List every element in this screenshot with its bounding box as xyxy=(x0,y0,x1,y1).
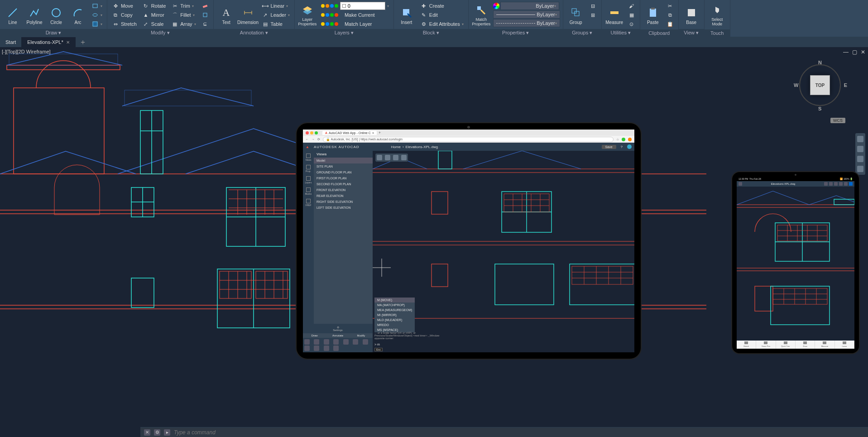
erase-tool[interactable] xyxy=(200,2,211,10)
view-ground[interactable]: GROUND FLOOR PLAN xyxy=(314,169,373,175)
rail-xref[interactable]: XREF xyxy=(305,199,311,206)
tablet-canvas[interactable] xyxy=(737,187,854,341)
color-combo[interactable]: ByLayer ▾ xyxy=(500,2,559,10)
nav-reload-icon[interactable]: ⟳ xyxy=(317,138,320,141)
panel-title-block[interactable]: Block ▾ xyxy=(394,29,468,37)
tablet-tool-draw[interactable]: Draw xyxy=(796,341,815,349)
tool-icon[interactable] xyxy=(314,346,319,351)
maximize-icon[interactable]: ▢ xyxy=(852,49,857,55)
measure-tool[interactable]: Measure xyxy=(604,2,624,29)
polyline-tool[interactable]: Polyline xyxy=(24,2,44,29)
viewport-label[interactable]: [-][Top][2D Wireframe] xyxy=(2,49,51,54)
view-left[interactable]: LEFT SIDE ELEVATION xyxy=(314,205,373,211)
text-tool[interactable]: AText xyxy=(216,2,236,29)
suggest-item[interactable]: MEA (MEASUREGEOM) xyxy=(374,307,415,312)
array-tool[interactable]: ▦Array ▾ xyxy=(169,20,197,28)
view-right[interactable]: RIGHT SIDE ELEVATION xyxy=(314,199,373,205)
panel-title-layers[interactable]: Layers ▾ xyxy=(295,29,393,37)
util-1[interactable]: 🖌 xyxy=(626,2,637,10)
cmd-customize-icon[interactable]: ⚙ xyxy=(154,429,160,436)
tab-annotate[interactable]: Annotate xyxy=(326,333,349,338)
view-first[interactable]: FIRST FLOOR PLAN xyxy=(314,175,373,181)
tablet-export-icon[interactable] xyxy=(839,182,843,186)
tablet-settings-icon[interactable] xyxy=(844,182,848,186)
lineweight-combo[interactable]: ByLayer ▾ xyxy=(493,10,560,19)
linetype-combo[interactable]: ByLayer ▾ xyxy=(493,19,560,27)
tool-icon[interactable] xyxy=(324,346,329,351)
browser-tab[interactable]: AAutoCAD Web App - Online C× xyxy=(322,131,377,135)
color-wheel-icon[interactable] xyxy=(493,3,499,9)
breadcrumb-home[interactable]: Home xyxy=(391,145,401,149)
settings-button[interactable]: ⚙Settings xyxy=(303,324,373,333)
osnap-icon[interactable] xyxy=(401,155,407,160)
util-3[interactable]: ⊙ xyxy=(626,20,637,28)
insert-block[interactable]: Insert xyxy=(397,2,417,29)
view-second[interactable]: SECOND FLOOR PLAN xyxy=(314,181,373,187)
panel-title-draw[interactable]: Draw ▾ xyxy=(0,29,107,37)
arc-tool[interactable]: Arc xyxy=(68,2,88,29)
minimize-icon[interactable]: — xyxy=(843,49,849,55)
match-layer[interactable]: Match Layer xyxy=(319,20,391,28)
tool-icon[interactable] xyxy=(363,339,368,345)
command-input[interactable] xyxy=(174,429,864,436)
rail-layers[interactable]: Layers xyxy=(305,176,312,184)
tab-elevations[interactable]: Elevations-XPL*✕ xyxy=(22,37,76,47)
cmd-recent-icon[interactable]: ▸ xyxy=(164,429,170,436)
avatar[interactable] xyxy=(627,144,632,149)
dimension-tool[interactable]: Dimension xyxy=(238,2,258,29)
group-tool[interactable]: Group xyxy=(566,2,586,29)
block-edit-attr[interactable]: ⚙Edit Attributes ▾ xyxy=(418,20,465,28)
redo-icon[interactable] xyxy=(385,155,390,160)
rail-views[interactable]: Views xyxy=(305,154,311,161)
tablet-tool-lasso[interactable]: Lasso xyxy=(835,341,854,349)
nav-fwd-icon[interactable]: → xyxy=(312,138,315,141)
cmd-input[interactable]: > m xyxy=(374,343,380,346)
linear-tool[interactable]: ⟷Linear ▾ xyxy=(260,2,292,10)
rotate-tool[interactable]: ↻Rotate xyxy=(140,2,168,10)
save-button[interactable]: Save xyxy=(602,145,616,149)
table-tool[interactable]: ▤Table xyxy=(260,20,292,28)
make-current[interactable]: Make Current xyxy=(319,11,391,19)
close-icon[interactable]: ✕ xyxy=(66,40,70,45)
new-tab-icon[interactable]: + xyxy=(379,130,381,135)
undo-icon[interactable] xyxy=(377,155,382,160)
suggest-item[interactable]: MA (MATCHPROP) xyxy=(374,303,415,307)
tool-icon[interactable] xyxy=(353,339,358,345)
panel-title-groups[interactable]: Groups ▾ xyxy=(563,29,601,37)
mirror-tool[interactable]: ▲Mirror xyxy=(140,11,168,19)
block-create[interactable]: ✚Create xyxy=(418,2,465,10)
block-edit[interactable]: ✎Edit xyxy=(418,11,465,19)
layer-combo[interactable]: 0 xyxy=(340,2,385,10)
tool-icon[interactable] xyxy=(333,339,339,345)
suggest-item[interactable]: M (MOVE) xyxy=(374,298,415,303)
tool-icon[interactable] xyxy=(343,339,349,345)
offset-tool[interactable]: ⊆ xyxy=(200,20,211,28)
leader-tool[interactable]: ↗Leader ▾ xyxy=(260,11,292,19)
explode-tool[interactable] xyxy=(200,11,211,19)
url-input[interactable]: 🔒 Autodesk, Inc. [US] | https://web.auto… xyxy=(323,137,614,142)
tool-icon[interactable] xyxy=(304,339,310,345)
tool-icon[interactable] xyxy=(333,346,339,351)
match-properties[interactable]: MatchProperties xyxy=(471,2,491,29)
panel-title-properties[interactable]: Properties ▾ xyxy=(469,29,563,37)
star-icon[interactable]: ☆ xyxy=(616,138,619,141)
rail-prop[interactable]: Prop. xyxy=(306,165,311,173)
paste-spec[interactable]: 📋 xyxy=(665,20,676,28)
esc-key[interactable]: Esc xyxy=(374,348,383,351)
fillet-tool[interactable]: ⌒Fillet ▾ xyxy=(169,11,197,19)
panel-title-annotation[interactable]: Annotation ▾ xyxy=(214,29,294,37)
ext-icon[interactable] xyxy=(622,138,625,141)
tablet-tool-measure[interactable]: Measure xyxy=(815,341,834,349)
ext2-icon[interactable] xyxy=(628,138,632,141)
util-2[interactable]: ▦ xyxy=(626,11,637,19)
cut-tool[interactable]: ✂ xyxy=(665,2,676,10)
scale-tool[interactable]: ⤢Scale xyxy=(140,20,168,28)
tablet-action-icon[interactable] xyxy=(849,182,853,186)
stretch-tool[interactable]: ⇔Stretch xyxy=(110,20,139,28)
line-tool[interactable]: Line xyxy=(3,2,23,29)
cmd-close-icon[interactable]: ✕ xyxy=(144,429,150,436)
suggest-item[interactable]: MLD (MLEADER) xyxy=(374,317,415,322)
group-edit[interactable]: ⊞ xyxy=(588,11,599,19)
tablet-tool-smartpen[interactable]: Smart Pen xyxy=(756,341,776,349)
base-view[interactable]: Base xyxy=(681,2,701,29)
